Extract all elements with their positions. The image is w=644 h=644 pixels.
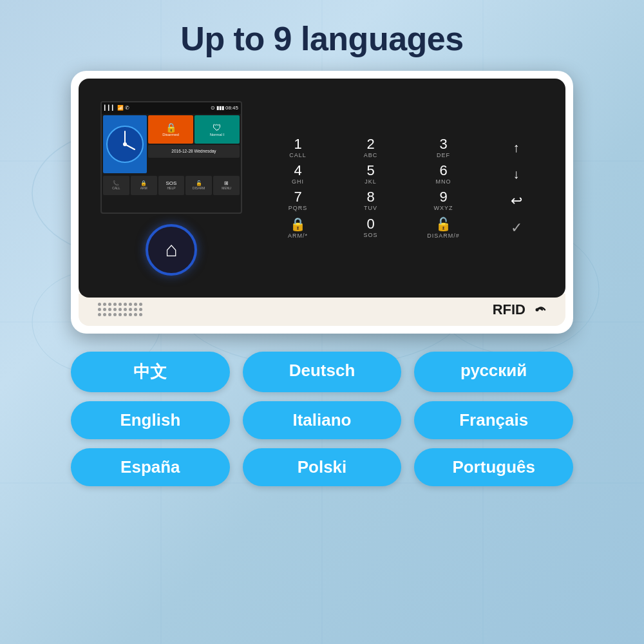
key-up[interactable]: ↑ (482, 137, 550, 158)
time-display: 08:45 (225, 105, 238, 111)
key-disarm[interactable]: 🔓 DISARM/# (410, 216, 477, 239)
speaker-dot (129, 303, 132, 306)
lang-english[interactable]: English (71, 401, 230, 439)
key-down[interactable]: ↓ (482, 164, 550, 185)
status-right: ⊙ ▮▮▮ 08:45 (211, 105, 238, 111)
speaker-dot (134, 303, 137, 306)
status-bar: ▎▎▎ 📶 ✆ ⊙ ▮▮▮ 08:45 (102, 102, 241, 114)
key-3[interactable]: 3 DEF (410, 137, 477, 158)
speaker-dot (103, 313, 106, 316)
arm-label: Disarmed (162, 133, 179, 137)
keypad-section: 1 CALL 2 ABC 3 DEF ↑ 4 GHI (264, 132, 550, 244)
rfid-text: RFID (493, 301, 526, 318)
speaker-dot (103, 303, 106, 306)
lang-deutsch[interactable]: Deutsch (243, 352, 402, 392)
speaker-dot (139, 303, 142, 306)
phone-icon: ✆ (125, 105, 129, 111)
key-icon: ⊙ (211, 105, 215, 111)
speaker-dot (124, 308, 127, 311)
menu-arm: 🔒 ARM (131, 176, 157, 195)
key-4[interactable]: 4 GHI (264, 164, 332, 185)
speaker-dot (113, 308, 117, 311)
signal-icon: ▎▎▎ (104, 105, 116, 111)
lang-russian[interactable]: русский (414, 352, 573, 392)
key-5[interactable]: 5 JKL (337, 164, 404, 185)
speaker-dot (124, 313, 127, 316)
clock-tile (103, 115, 147, 173)
speaker-dot (139, 308, 142, 311)
arm-tile: 🔒 Disarmed (148, 115, 193, 144)
speaker-dot (108, 303, 111, 306)
device-body: ▎▎▎ 📶 ✆ ⊙ ▮▮▮ 08:45 (79, 79, 565, 298)
screen-menu: 📞 CALL 🔒 ARM SOS HELP 🔓 (102, 175, 241, 196)
svg-point-15 (123, 142, 127, 146)
lang-espana[interactable]: España (71, 448, 230, 486)
menu-help: SOS HELP (158, 176, 185, 195)
speaker-dot (118, 308, 122, 311)
lang-italiano[interactable]: Italiano (243, 401, 402, 439)
key-9[interactable]: 9 WXYZ (410, 190, 477, 211)
key-enter[interactable]: ✓ (482, 216, 550, 239)
normal-tile: 🛡 Normal I (194, 115, 240, 144)
key-arm[interactable]: 🔒 ARM/* (264, 216, 332, 239)
normal-label: Normal I (210, 133, 225, 137)
speaker-dot (129, 308, 132, 311)
speaker-dot (129, 313, 132, 316)
speaker-dot (98, 303, 101, 306)
home-icon: ⌂ (165, 238, 177, 261)
page-container: Up to 9 languages ▎▎▎ 📶 ✆ ⊙ (0, 0, 644, 644)
speaker-dot (98, 313, 101, 316)
date-tile: 2016-12-28 Wednesday (148, 145, 240, 158)
speaker-dot (108, 313, 111, 316)
lang-chinese[interactable]: 中文 (71, 352, 230, 392)
speaker-dot (103, 308, 106, 311)
languages-section: 中文 Deutsch русский English Italiano Fran… (71, 352, 573, 486)
screen-section: ▎▎▎ 📶 ✆ ⊙ ▮▮▮ 08:45 (94, 101, 249, 276)
key-2[interactable]: 2 ABC (337, 137, 404, 158)
speaker-dot (108, 308, 111, 311)
lang-portugues[interactable]: Português (414, 448, 573, 486)
wifi-icon: 📶 (117, 105, 124, 111)
device-bottom: RFID (79, 294, 565, 326)
status-left: ▎▎▎ 📶 ✆ (104, 105, 129, 111)
speaker-dot (118, 313, 122, 316)
menu-menu: ⊞ MENU (213, 176, 240, 195)
menu-disarm: 🔓 DISARM (185, 176, 212, 195)
key-6[interactable]: 6 MNO (410, 164, 477, 185)
speaker-dot (134, 308, 137, 311)
rfid-signal-icon (528, 303, 546, 317)
date-display: 2016-12-28 Wednesday (171, 149, 216, 153)
speaker-dot (124, 303, 127, 306)
device-screen: ▎▎▎ 📶 ✆ ⊙ ▮▮▮ 08:45 (100, 101, 242, 214)
speaker-grille (98, 303, 143, 317)
clock-face (106, 125, 144, 164)
page-title: Up to 9 languages (180, 19, 463, 58)
battery-icon: ▮▮▮ (216, 105, 224, 111)
device-wrapper: ▎▎▎ 📶 ✆ ⊙ ▮▮▮ 08:45 (71, 71, 573, 334)
speaker-dot (139, 313, 142, 316)
key-7[interactable]: 7 PQRS (264, 190, 332, 211)
speaker-dot (134, 313, 137, 316)
home-button[interactable]: ⌂ (146, 224, 197, 276)
lang-francais[interactable]: Français (414, 401, 573, 439)
speaker-dot (113, 303, 117, 306)
key-1[interactable]: 1 CALL (264, 137, 332, 158)
menu-call: 📞 CALL (103, 176, 129, 195)
speaker-dot (113, 313, 117, 316)
rfid-label: RFID (493, 301, 546, 318)
key-8[interactable]: 8 TUV (337, 190, 404, 211)
speaker-dot (118, 303, 122, 306)
svg-point-16 (536, 308, 539, 312)
speaker-dot (98, 308, 101, 311)
key-back[interactable]: ↩ (482, 190, 550, 211)
key-0[interactable]: 0 SOS (337, 216, 404, 239)
lang-polski[interactable]: Polski (243, 448, 402, 486)
